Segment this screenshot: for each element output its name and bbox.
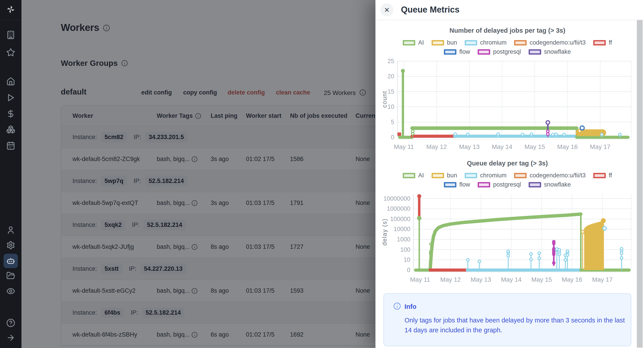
calendar-icon[interactable] bbox=[6, 141, 16, 150]
legend-chip bbox=[444, 49, 456, 55]
legend-label: bun bbox=[447, 39, 457, 46]
svg-text:10000000: 10000000 bbox=[384, 195, 410, 202]
legend-label: snowflake bbox=[544, 181, 571, 188]
svg-text:100: 100 bbox=[400, 246, 410, 253]
sidebar-divider bbox=[0, 20, 22, 20]
svg-text:May 14: May 14 bbox=[501, 276, 522, 283]
chart-delayed-jobs: Number of delayed jobs per tag (> 3s) AI… bbox=[380, 27, 635, 153]
svg-text:100000: 100000 bbox=[390, 216, 410, 222]
legend-label: chromium bbox=[480, 39, 507, 46]
legend-item-flow: flow bbox=[444, 181, 470, 188]
svg-text:May 11: May 11 bbox=[394, 143, 414, 150]
windmill-logo[interactable] bbox=[6, 5, 16, 14]
chart-title: Queue delay per tag (> 3s) bbox=[380, 160, 635, 167]
legend-chip bbox=[432, 40, 444, 46]
svg-text:delay (s): delay (s) bbox=[381, 218, 388, 246]
legend-chip bbox=[528, 182, 541, 188]
svg-text:May 17: May 17 bbox=[590, 143, 610, 150]
legend-item-chromium: chromium bbox=[465, 39, 507, 46]
info-panel: Info Only tags for jobs that have been d… bbox=[384, 293, 631, 346]
legend-label: AI bbox=[418, 39, 424, 46]
legend-item-ff: ff bbox=[593, 39, 612, 46]
svg-text:0: 0 bbox=[407, 267, 410, 273]
svg-text:May 11: May 11 bbox=[410, 276, 430, 283]
legend-chip bbox=[465, 173, 477, 178]
help-icon[interactable] bbox=[6, 318, 16, 328]
legend-item-codegendemo:u/fii/t3: codegendemo:u/fii/t3 bbox=[514, 39, 586, 46]
close-button[interactable]: ✕ bbox=[380, 3, 393, 16]
legend-chip bbox=[465, 40, 477, 46]
legend-label: chromium bbox=[480, 172, 507, 179]
sidebar-item-workers[interactable] bbox=[4, 254, 18, 268]
chart-legend: AIbunchromiumcodegendemo:u/fii/t3ffflowp… bbox=[380, 172, 635, 188]
legend-label: ff bbox=[609, 39, 612, 46]
legend-chip bbox=[478, 182, 490, 188]
dollar-icon[interactable] bbox=[6, 109, 16, 119]
legend-label: AI bbox=[418, 172, 424, 179]
legend-label: postgresql bbox=[493, 181, 521, 188]
legend-label: ff bbox=[609, 172, 612, 179]
info-text: Only tags for jobs that have been delaye… bbox=[404, 315, 625, 335]
legend-item-AI: AI bbox=[403, 172, 424, 179]
close-icon: ✕ bbox=[384, 6, 390, 14]
chart-legend: AIbunchromiumcodegendemo:u/fii/t3ffflowp… bbox=[380, 39, 635, 55]
robot-icon bbox=[6, 256, 16, 266]
legend-item-bun: bun bbox=[432, 172, 457, 179]
chart-canvas: 0510152025May 11May 12May 13May 14May 15… bbox=[380, 58, 635, 153]
svg-text:10: 10 bbox=[404, 256, 410, 263]
legend-chip bbox=[593, 173, 606, 178]
svg-text:25: 25 bbox=[388, 58, 394, 65]
svg-text:May 15: May 15 bbox=[524, 143, 545, 150]
legend-chip bbox=[593, 40, 606, 46]
svg-text:5: 5 bbox=[391, 119, 394, 125]
drawer-header: ✕ Queue Metrics bbox=[376, 0, 644, 20]
boxes-icon[interactable] bbox=[6, 124, 16, 134]
legend-item-AI: AI bbox=[403, 39, 424, 46]
user-icon[interactable] bbox=[6, 225, 16, 235]
legend-chip bbox=[444, 182, 456, 188]
legend-label: codegendemo:u/fii/t3 bbox=[530, 172, 586, 179]
home-icon[interactable] bbox=[6, 77, 16, 86]
legend-chip bbox=[528, 49, 541, 55]
building-icon[interactable] bbox=[6, 30, 16, 40]
svg-text:May 17: May 17 bbox=[592, 276, 613, 283]
gear-icon[interactable] bbox=[6, 240, 16, 250]
sidebar bbox=[0, 0, 22, 348]
drawer-title: Queue Metrics bbox=[401, 5, 460, 15]
legend-chip bbox=[478, 49, 490, 55]
svg-text:May 15: May 15 bbox=[531, 276, 552, 283]
svg-text:10: 10 bbox=[388, 103, 394, 110]
svg-text:May 12: May 12 bbox=[426, 143, 447, 150]
legend-item-flow: flow bbox=[444, 48, 470, 55]
svg-text:10000: 10000 bbox=[394, 226, 410, 232]
legend-item-postgresql: postgresql bbox=[478, 48, 521, 55]
legend-label: codegendemo:u/fii/t3 bbox=[530, 39, 586, 46]
chart-title: Number of delayed jobs per tag (> 3s) bbox=[380, 27, 635, 34]
legend-label: postgresql bbox=[493, 48, 521, 55]
svg-text:1000: 1000 bbox=[397, 236, 410, 243]
chart-queue-delay: Queue delay per tag (> 3s) AIbunchromium… bbox=[380, 160, 635, 286]
star-icon[interactable] bbox=[6, 48, 16, 57]
svg-text:May 16: May 16 bbox=[557, 143, 578, 150]
legend-item-bun: bun bbox=[432, 39, 457, 46]
info-circle-icon bbox=[393, 302, 401, 311]
svg-text:15: 15 bbox=[388, 88, 394, 95]
legend-label: bun bbox=[447, 172, 457, 179]
legend-item-postgresql: postgresql bbox=[478, 181, 521, 188]
legend-item-chromium: chromium bbox=[465, 172, 507, 179]
svg-text:May 14: May 14 bbox=[492, 143, 512, 150]
svg-text:May 13: May 13 bbox=[459, 143, 480, 150]
legend-label: flow bbox=[459, 48, 470, 55]
arrow-right-icon[interactable] bbox=[6, 333, 16, 343]
play-icon[interactable] bbox=[6, 93, 16, 103]
svg-text:1000000: 1000000 bbox=[387, 205, 410, 212]
eye-icon[interactable] bbox=[6, 286, 16, 296]
legend-chip bbox=[403, 173, 415, 178]
legend-item-snowflake: snowflake bbox=[528, 48, 571, 55]
drawer-body: Number of delayed jobs per tag (> 3s) AI… bbox=[376, 20, 644, 347]
chart-canvas: 010100100010000100000100000010000000May … bbox=[380, 190, 635, 286]
queue-metrics-drawer: ✕ Queue Metrics Number of delayed jobs p… bbox=[376, 0, 644, 348]
folder-open-icon[interactable] bbox=[6, 271, 16, 281]
drawer-scrollbar[interactable] bbox=[637, 20, 643, 347]
svg-text:May 16: May 16 bbox=[562, 276, 582, 283]
